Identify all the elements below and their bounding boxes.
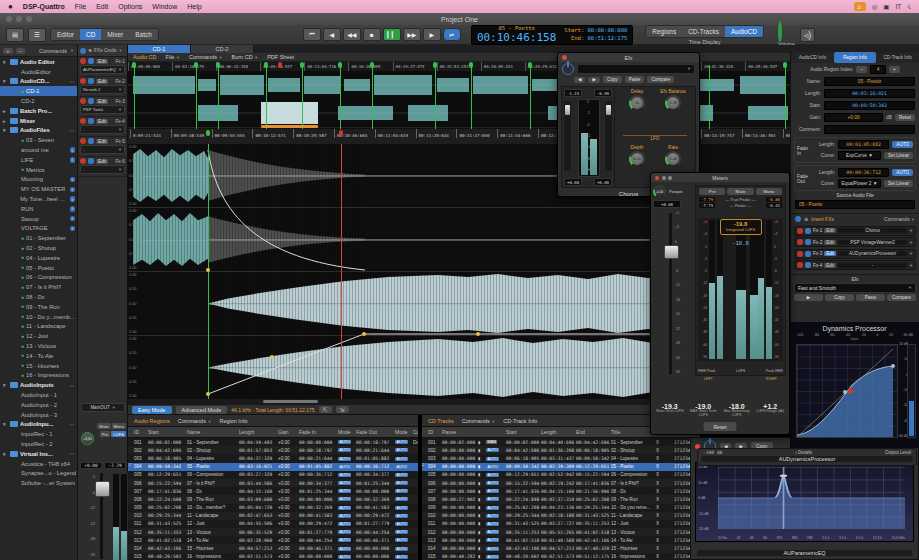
sidebar-item[interactable]: ● 16 - Impressions i ▫▫ <box>0 371 77 381</box>
track-mode-badge[interactable]: MAN <box>486 440 497 444</box>
fader-value[interactable]: +0.00 <box>653 200 681 208</box>
fade-mode-badge[interactable]: AUTO <box>338 538 351 542</box>
traffic-lights[interactable] <box>655 176 672 180</box>
menu-window[interactable]: Window <box>152 3 177 10</box>
menu-options[interactable]: Options <box>118 3 142 10</box>
disclosure-arrow-icon[interactable]: ▾ <box>3 59 8 65</box>
region-row[interactable]: 01500:48:20:502 16 - Impressions00:02:51… <box>128 553 418 560</box>
sidebar-item[interactable]: ● MY OS MASTER i ▫▫ <box>0 184 77 194</box>
fx-edit-button[interactable]: Edit <box>824 263 836 268</box>
fx-edit-button[interactable]: Edit <box>96 159 108 164</box>
cd-track-row[interactable]: 01000:00:00:000 ▮ AUTO 00:29:25:34400:02… <box>422 512 700 520</box>
fade-mode-badge[interactable]: AUTO <box>338 522 351 526</box>
out-gain-value[interactable]: +0.00 <box>80 462 102 469</box>
fx-bypass-button[interactable] <box>88 98 94 104</box>
track-mode-badge[interactable]: AUTO <box>486 538 499 542</box>
link-icon-button[interactable]: ⇲ <box>336 406 349 413</box>
file-menu[interactable]: File ▼ <box>166 54 180 60</box>
loop-button[interactable]: ⇄ <box>443 28 461 41</box>
fade-mode-badge[interactable]: AUTO <box>395 481 408 485</box>
input-source-menu[interactable]: IT <box>895 3 901 10</box>
fx-plugin-select[interactable]: PSP TwinL▼ <box>80 105 125 114</box>
fx-power-button[interactable] <box>797 251 803 257</box>
wifi-icon[interactable]: ☇ <box>907 3 911 11</box>
close-icon[interactable] <box>562 55 567 60</box>
fade-mode-badge[interactable]: AUTO <box>338 489 351 493</box>
sidebar-item[interactable]: ● Softube -...er System i ▫▫ <box>0 478 77 488</box>
info-icon[interactable]: i <box>70 147 76 153</box>
sidebar-item[interactable]: ● 02 - Shutup i ▫▫ <box>0 243 77 253</box>
sidebar-item[interactable]: ● 13 - Vicious i ▫▫ <box>0 341 77 351</box>
menu-file[interactable]: File <box>75 3 86 10</box>
fade-mode-badge[interactable]: AUTO <box>338 481 351 485</box>
preset-select[interactable]: Fast and Smooth▼ <box>794 283 916 293</box>
burn-cd-menu[interactable]: Burn CD ▼ <box>232 54 259 60</box>
fx-plugin-select[interactable]: - <box>838 263 907 268</box>
fx-power-button[interactable] <box>797 262 803 268</box>
fx-plugin-select[interactable]: -▼ <box>80 165 125 174</box>
inspector-tab[interactable]: Region Info <box>834 52 877 63</box>
region-row[interactable]: 00100:00:02:000 01 - September00:04:59:4… <box>128 438 418 446</box>
balance-knob[interactable]: 0.28 <box>665 95 681 111</box>
view-button[interactable]: Batch <box>129 29 158 40</box>
track-mode-badge[interactable]: AUTO <box>486 547 499 551</box>
region-length-field[interactable]: 00:03:16:021 <box>824 89 915 98</box>
sidebar-item[interactable]: ● around me i ▫▫ <box>0 145 77 155</box>
fx-edit-button[interactable]: Edit <box>824 240 836 245</box>
view-button[interactable]: Editor <box>51 29 80 40</box>
sidebar-item[interactable]: ● VOLTAGE i ▫▫ <box>0 224 77 234</box>
fade-mode-badge[interactable]: AUTO <box>395 547 408 551</box>
index-plus-button[interactable]: + <box>889 66 900 73</box>
pre-button[interactable]: Pre <box>100 431 111 437</box>
pause-mode-icon[interactable]: ▮ <box>478 538 486 543</box>
chorus-preset-select[interactable]: ▼ <box>577 64 695 74</box>
insert-fx-add-icon[interactable]: ⊕ <box>804 216 808 222</box>
fx-bypass-button[interactable] <box>88 118 94 124</box>
region-row[interactable]: 01000:29:25:344 11 - Landscape00:02:47:6… <box>128 512 418 520</box>
region-row[interactable]: 01100:31:43:525 12 - Just00:04:55:506 +0… <box>128 520 418 528</box>
fx-power-button[interactable] <box>80 58 86 64</box>
time-display-option[interactable]: AudioCD <box>725 26 763 37</box>
sidebar-item[interactable]: ● My Tone...heel Organ i ▫▫ <box>0 194 77 204</box>
fx-edit-button[interactable]: Edit <box>824 251 836 256</box>
paste-button[interactable]: Paste <box>625 76 645 83</box>
out-left-value[interactable]: +0.00 <box>564 178 582 186</box>
commands-menu[interactable]: Commands ▼ <box>189 54 223 60</box>
sidebar-item[interactable]: ▾ ● AudioCD... i ▫▫ <box>0 77 77 87</box>
fx-bypass-button[interactable] <box>88 58 94 64</box>
power-icon[interactable] <box>562 63 574 75</box>
sidebar-item[interactable]: ● CD-1 i ▫▫ <box>0 86 77 96</box>
cdtracks-commands-menu[interactable]: Commands ▼ <box>462 418 496 424</box>
paste-button[interactable]: Paste <box>856 294 885 301</box>
fade-mode-badge[interactable]: AUTO <box>338 514 351 518</box>
sidebar-item[interactable]: ● LIFE i ▫▫ <box>0 155 77 165</box>
fx-bypass-button[interactable] <box>805 239 811 245</box>
fade-mode-badge[interactable]: AUTO <box>338 506 351 510</box>
fade-mode-badge[interactable]: AUTO <box>395 514 408 518</box>
sidebar-item[interactable]: ● AudioInput - 1 i ▫▫ <box>0 390 77 400</box>
cd-track-row[interactable]: 01500:00:40:282 ▮ AUTO 00:48:20:60200:02… <box>422 553 700 560</box>
disclosure-arrow-icon[interactable]: ▸ <box>3 108 8 114</box>
fade-mode-badge[interactable]: AUTO <box>395 448 408 452</box>
sidebar-item[interactable]: ● 08 - Dx i ▫▫ <box>0 292 77 302</box>
fx-edit-button[interactable]: Edit <box>96 119 108 124</box>
sidebar-item[interactable]: ● 07 - Is it Phil? i ▫▫ <box>0 282 77 292</box>
fadein-set-linear-button[interactable]: Set Linear <box>884 152 913 159</box>
region-start-field[interactable]: 00:09:50:342 <box>824 101 915 110</box>
fade-mode-badge[interactable]: AUTO <box>395 489 408 493</box>
fx-plugin-select[interactable]: Chorus <box>838 228 907 233</box>
fx-plugin-select[interactable]: AUDynamicsProcessor <box>838 251 907 256</box>
cd-track-row[interactable]: 00900:00:00:000 ▮ AUTO 00:25:02:20800:04… <box>422 504 700 512</box>
sidebar-item[interactable]: ● Synapse...o - Legend i ▫▫ <box>0 468 77 478</box>
fx-edit-button[interactable]: Edit <box>96 59 108 64</box>
rewind-button[interactable]: ◀◀ <box>343 28 361 41</box>
region-row[interactable]: 01400:42:43:106 15 - Hourses00:04:57:213… <box>128 544 418 552</box>
region-name-field[interactable]: 05 - Poetto <box>824 77 915 86</box>
regions-info-tab[interactable]: Region Info <box>219 418 247 424</box>
pause-mode-icon[interactable]: ▮ <box>478 472 486 477</box>
track-mode-badge[interactable]: AUTO <box>486 481 499 485</box>
compare-button[interactable]: Compare <box>887 294 916 301</box>
add-button[interactable]: + <box>3 48 13 54</box>
fade-mode-badge[interactable]: AUTO <box>338 555 351 559</box>
time-display-option[interactable]: Regions <box>646 26 682 37</box>
